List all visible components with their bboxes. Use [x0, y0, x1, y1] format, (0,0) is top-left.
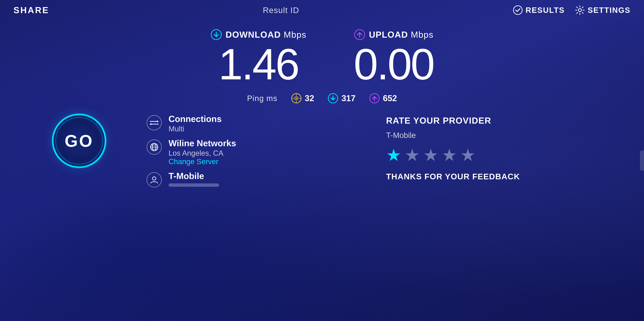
ping-row: Ping ms 32 317 652 [247, 93, 397, 104]
globe-icon [150, 143, 158, 151]
svg-point-1 [578, 9, 582, 12]
speed-metrics: DOWNLOAD Mbps 1.46 UPLOAD Mbps 0.00 [210, 29, 434, 86]
gear-icon [575, 5, 585, 15]
star-5[interactable]: ★ [460, 147, 476, 163]
svg-marker-10 [157, 120, 159, 122]
provider-panel: RATE YOUR PROVIDER T-Mobile ★ ★ ★ ★ ★ TH… [386, 114, 592, 181]
lower-section: GO Connections Multi [18, 114, 626, 187]
settings-nav[interactable]: SETTINGS [575, 5, 630, 15]
right-handle [640, 150, 644, 171]
top-nav: RESULTS SETTINGS [513, 5, 630, 15]
ping-idle-value: 32 [305, 93, 314, 103]
results-icon [513, 5, 523, 15]
svg-point-0 [514, 6, 522, 15]
result-id-label: Result ID [263, 6, 299, 15]
connections-text: Connections Multi [168, 114, 222, 133]
download-block: DOWNLOAD Mbps 1.46 [210, 29, 306, 86]
provider-name: T-Mobile [386, 131, 416, 140]
account-bar [168, 183, 219, 187]
svg-point-6 [296, 98, 297, 99]
account-text: T-Mobile [168, 171, 219, 187]
change-server-link[interactable]: Change Server [168, 157, 236, 166]
svg-marker-12 [150, 123, 151, 125]
server-icon [146, 139, 162, 155]
results-label: RESULTS [526, 6, 565, 15]
server-text: Wiline Networks Los Angeles, CA Change S… [168, 138, 236, 166]
stars-row: ★ ★ ★ ★ ★ [386, 147, 476, 163]
svg-point-18 [152, 177, 156, 180]
ping-upload-value: 652 [383, 93, 397, 103]
account-icon [146, 172, 162, 187]
connections-icon [146, 115, 162, 130]
person-icon [150, 175, 158, 184]
connections-icon-svg [150, 119, 159, 126]
connections-value: Multi [168, 125, 222, 133]
share-button[interactable]: SHARE [14, 5, 49, 15]
connections-row: Connections Multi [146, 114, 352, 133]
rate-provider-title: RATE YOUR PROVIDER [386, 116, 491, 126]
go-button[interactable]: GO [52, 114, 106, 168]
ping-download-icon [328, 93, 338, 104]
download-icon [210, 29, 222, 41]
go-label: GO [64, 131, 94, 151]
upload-value: 0.00 [354, 42, 434, 86]
upload-block: UPLOAD Mbps 0.00 [354, 29, 434, 86]
ping-download: 317 [328, 93, 356, 104]
ping-upload-icon [369, 93, 380, 104]
star-3[interactable]: ★ [423, 147, 438, 163]
results-nav[interactable]: RESULTS [513, 5, 565, 15]
download-value: 1.46 [210, 42, 306, 86]
server-location: Los Angeles, CA [168, 149, 236, 157]
connections-title: Connections [168, 114, 222, 124]
top-bar: SHARE Result ID RESULTS SETTINGS [0, 0, 644, 20]
upload-icon [354, 29, 366, 41]
star-4[interactable]: ★ [442, 147, 457, 163]
info-panel: Connections Multi Wiline Networks [146, 114, 352, 187]
ping-idle: 32 [291, 93, 314, 104]
star-2[interactable]: ★ [405, 147, 420, 163]
feedback-text: THANKS FOR YOUR FEEDBACK [386, 172, 520, 181]
settings-label: SETTINGS [588, 6, 630, 15]
server-row: Wiline Networks Los Angeles, CA Change S… [146, 138, 352, 166]
ping-label: Ping ms [247, 94, 278, 103]
ping-download-value: 317 [342, 93, 356, 103]
server-title: Wiline Networks [168, 138, 236, 148]
account-title: T-Mobile [168, 171, 219, 181]
ping-upload: 652 [369, 93, 397, 104]
account-row: T-Mobile [146, 171, 352, 187]
ping-idle-icon [291, 93, 302, 104]
download-label: DOWNLOAD Mbps [210, 29, 306, 41]
star-1[interactable]: ★ [386, 147, 401, 163]
upload-label: UPLOAD Mbps [354, 29, 434, 41]
go-button-wrap: GO [52, 114, 106, 168]
main-content: DOWNLOAD Mbps 1.46 UPLOAD Mbps 0.00 Ping… [0, 22, 644, 321]
